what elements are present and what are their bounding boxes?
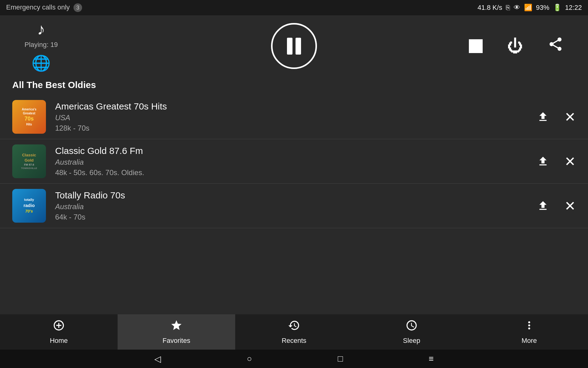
nav-home-label: Home bbox=[50, 337, 68, 345]
share-icon bbox=[548, 36, 564, 56]
favorites-icon bbox=[170, 319, 183, 334]
system-nav: ◁ ○ □ ≡ bbox=[0, 350, 588, 368]
center-controls bbox=[271, 23, 317, 69]
right-controls: ⏻ bbox=[469, 36, 564, 56]
station-info-3: Totally Radio 70s Australia 64k - 70s bbox=[55, 190, 528, 221]
wifi-icon: 📶 bbox=[524, 4, 532, 12]
music-button[interactable]: ♪ bbox=[37, 20, 45, 38]
nav-favorites[interactable]: Favorites bbox=[118, 314, 235, 350]
speed-indicator: 41.8 K/s bbox=[477, 4, 502, 12]
pause-icon bbox=[287, 38, 301, 55]
power-icon: ⏻ bbox=[507, 37, 523, 55]
clock: 12:22 bbox=[565, 4, 582, 12]
upload-button-1[interactable] bbox=[537, 111, 549, 123]
recents-button[interactable]: □ bbox=[338, 354, 343, 364]
left-controls: ♪ Playing: 19 🌐 bbox=[24, 20, 58, 72]
remove-button-3[interactable]: ✕ bbox=[564, 198, 576, 214]
radio-item: America'sGreatest70sHits Americas Greate… bbox=[0, 95, 588, 139]
station-name-1: Americas Greatest 70s Hits bbox=[55, 101, 528, 112]
bluetooth-icon: ⎘ bbox=[506, 4, 510, 12]
nav-sleep-label: Sleep bbox=[403, 337, 420, 345]
station-logo-2[interactable]: Classic Gold FM 87.6 TOWNSVILLE bbox=[12, 144, 46, 178]
status-emergency: Emergency calls only 3 bbox=[6, 3, 82, 12]
station-logo-1[interactable]: America'sGreatest70sHits bbox=[12, 100, 46, 134]
radio-item: Classic Gold FM 87.6 TOWNSVILLE Classic … bbox=[0, 139, 588, 184]
station-bitrate-1: 128k - 70s bbox=[55, 124, 528, 132]
station-actions-1: ✕ bbox=[537, 109, 576, 125]
status-right: 41.8 K/s ⎘ 👁 📶 93% 🔋 12:22 bbox=[477, 4, 582, 12]
station-bitrate-3: 64k - 70s bbox=[55, 213, 528, 221]
share-button[interactable] bbox=[548, 36, 564, 56]
globe-button[interactable]: 🌐 bbox=[32, 54, 51, 72]
globe-icon: 🌐 bbox=[32, 54, 51, 72]
battery-level: 93% bbox=[536, 4, 549, 12]
nav-favorites-label: Favorites bbox=[163, 337, 190, 345]
nav-recents-label: Recents bbox=[282, 337, 307, 345]
radio-item: totally radio 70's Totally Radio 70s Aus… bbox=[0, 184, 588, 228]
top-controls: ♪ Playing: 19 🌐 ⏻ bbox=[0, 15, 588, 77]
nav-more[interactable]: More bbox=[470, 314, 588, 350]
remove-button-2[interactable]: ✕ bbox=[564, 154, 576, 169]
eye-icon: 👁 bbox=[514, 4, 520, 12]
recents-icon bbox=[288, 319, 300, 334]
pause-button[interactable] bbox=[271, 23, 317, 69]
power-button[interactable]: ⏻ bbox=[507, 37, 523, 55]
battery-icon: 🔋 bbox=[553, 4, 561, 12]
station-country-2: Australia bbox=[55, 158, 528, 167]
playing-label: Playing: 19 bbox=[24, 41, 58, 49]
nav-more-label: More bbox=[522, 337, 537, 345]
station-country-3: Australia bbox=[55, 202, 528, 211]
station-country-1: USA bbox=[55, 113, 528, 122]
bottom-nav: Home Favorites Recents Sleep bbox=[0, 314, 588, 350]
status-bar: Emergency calls only 3 41.8 K/s ⎘ 👁 📶 93… bbox=[0, 0, 588, 15]
more-icon bbox=[523, 319, 535, 334]
station-name-2: Classic Gold 87.6 Fm bbox=[55, 146, 528, 156]
station-actions-2: ✕ bbox=[537, 154, 576, 169]
menu-button[interactable]: ≡ bbox=[429, 354, 434, 364]
upload-button-2[interactable] bbox=[537, 155, 549, 167]
radio-list: America'sGreatest70sHits Americas Greate… bbox=[0, 95, 588, 228]
stop-button[interactable] bbox=[469, 39, 483, 53]
music-icon: ♪ bbox=[37, 20, 45, 38]
stop-icon bbox=[469, 39, 483, 53]
sleep-icon bbox=[405, 319, 418, 334]
station-name-3: Totally Radio 70s bbox=[55, 190, 528, 201]
home-button[interactable]: ○ bbox=[247, 354, 252, 364]
nav-recents[interactable]: Recents bbox=[235, 314, 353, 350]
station-info-1: Americas Greatest 70s Hits USA 128k - 70… bbox=[55, 101, 528, 132]
upload-button-3[interactable] bbox=[537, 200, 549, 212]
nav-sleep[interactable]: Sleep bbox=[353, 314, 470, 350]
home-icon bbox=[53, 319, 65, 334]
station-bitrate-2: 48k - 50s. 60s. 70s. Oldies. bbox=[55, 168, 528, 177]
station-logo-3[interactable]: totally radio 70's bbox=[12, 189, 46, 223]
section-title: All The Best Oldies bbox=[0, 77, 588, 95]
station-info-2: Classic Gold 87.6 Fm Australia 48k - 50s… bbox=[55, 146, 528, 177]
nav-home[interactable]: Home bbox=[0, 314, 118, 350]
station-actions-3: ✕ bbox=[537, 198, 576, 214]
remove-button-1[interactable]: ✕ bbox=[564, 109, 576, 125]
back-button[interactable]: ◁ bbox=[154, 354, 161, 364]
